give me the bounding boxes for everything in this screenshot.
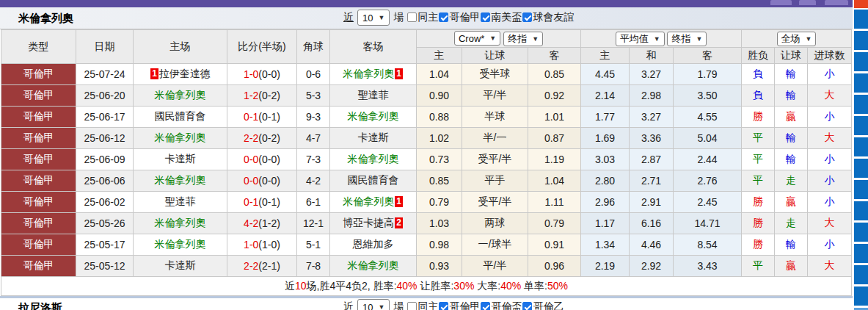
goals-result-cell: 小: [808, 234, 852, 256]
handicap-cell: 平/半: [462, 256, 528, 277]
filter-checkbox-哥倫甲[interactable]: [439, 12, 448, 22]
handicap-cell: 一/球半: [462, 234, 528, 256]
away-team-cell: 米倫拿列奧1: [330, 64, 417, 85]
rail-block-blue[interactable]: [854, 223, 868, 242]
table-row: 哥倫甲25-05-26米倫拿列奧4-2(1-2)12-1博亞卡捷高21.03两球…: [1, 213, 852, 234]
corner-cell: 7-8: [297, 256, 330, 277]
away-team-name: 米倫拿列奧: [348, 153, 399, 165]
filter-checkbox-哥倫甲[interactable]: [439, 302, 448, 310]
near-link[interactable]: 近: [343, 300, 354, 310]
filter-checkbox-哥倫乙[interactable]: [522, 302, 532, 310]
away-team-name: 卡達斯: [358, 131, 389, 143]
avg-draw-cell: 3.36: [630, 128, 674, 149]
result-cell: 勝: [742, 192, 775, 213]
away-team-name: 聖達菲: [358, 89, 389, 101]
league-cell: 哥倫甲: [1, 170, 76, 192]
rail-block-blue[interactable]: [854, 265, 868, 284]
home-odds-cell: 0.98: [417, 234, 462, 256]
date-cell: 25-06-02: [76, 192, 134, 213]
fulltime-score: 1-0: [244, 239, 258, 250]
avg-draw-cell: 3.27: [630, 64, 674, 85]
fulltime-score: 0-1: [244, 196, 258, 208]
rail-block-blue[interactable]: [854, 286, 868, 306]
card-badge: 1: [150, 68, 158, 79]
rail-block-blue[interactable]: [854, 52, 868, 71]
chevron-down-icon: ▼: [378, 303, 384, 310]
chevron-down-icon: ▼: [654, 35, 660, 43]
handicap-cell: 半球: [462, 107, 528, 128]
final-index-select-1[interactable]: 终指▼: [503, 32, 543, 46]
score-cell: 0-1(0-1): [227, 107, 297, 128]
halftime-score: (0-1): [258, 196, 280, 208]
away-odds-cell: 0.85: [528, 64, 581, 85]
avg-away-cell: 2.76: [674, 170, 742, 192]
near-link[interactable]: 近: [343, 11, 354, 24]
filter-checkbox-同主[interactable]: [407, 12, 417, 22]
avg-home-cell: 2.19: [581, 256, 630, 277]
home-odds-cell: 1.04: [417, 64, 462, 85]
chevron-down-icon: ▼: [806, 35, 812, 43]
chevron-down-icon: ▼: [378, 14, 384, 21]
sub-header-avg-draw: 和: [630, 48, 674, 64]
table-row: 哥倫甲25-06-20米倫拿列奧1-2(0-2)5-3聖達菲0.90平/半0.9…: [1, 85, 852, 107]
match-count-value: 10: [362, 12, 373, 24]
handicap-cell: 两球: [462, 213, 528, 234]
away-team-cell: 米倫拿列奧: [330, 107, 417, 128]
rail-block-blue[interactable]: [854, 137, 868, 156]
corner-cell: 4-2: [297, 170, 330, 192]
odds-source-select[interactable]: Crow*▼: [454, 31, 500, 46]
date-cell: 25-05-26: [76, 213, 134, 234]
handicap-result-cell: 輸: [775, 128, 808, 149]
league-cell: 哥倫甲: [1, 234, 76, 256]
handicap-cell: 受平/半: [462, 149, 528, 170]
avg-home-cell: 3.03: [581, 149, 630, 170]
away-team-cell: 恩維加多: [330, 234, 417, 256]
average-select[interactable]: 平均值▼: [616, 32, 665, 46]
score-cell: 4-2(1-2): [227, 213, 297, 234]
sub-header-handicap-result: 让球: [775, 48, 808, 64]
match-count-select[interactable]: 10▼: [357, 10, 390, 26]
rail-block-blue[interactable]: [854, 10, 868, 29]
rail-block-blue[interactable]: [854, 95, 868, 114]
rail-block-blue[interactable]: [854, 116, 868, 135]
filter-label: 球會友誼: [533, 11, 574, 23]
home-odds-cell: 0.79: [417, 192, 462, 213]
fulltime-score: 0-0: [244, 175, 258, 187]
section1-header-strip: 米倫拿列奧 近 10▼ 場 同主哥倫甲南美盃球會友誼: [0, 7, 853, 29]
home-team-cell: 米倫拿列奧: [134, 234, 227, 256]
league-cell: 哥倫甲: [1, 213, 76, 234]
filter-checkbox-南美盃[interactable]: [481, 12, 490, 22]
fulltime-score: 1-0: [244, 68, 258, 80]
filter-checkbox-哥倫盃[interactable]: [481, 302, 490, 310]
league-cell: 哥倫甲: [1, 64, 76, 85]
section2-title: 拉尼洛斯: [18, 301, 62, 310]
rail-block-blue[interactable]: [854, 180, 868, 199]
filter-checkbox-同主[interactable]: [407, 302, 417, 310]
filter-label: 哥倫甲: [449, 300, 480, 310]
date-cell: 25-05-12: [76, 256, 134, 277]
rail-block-blue[interactable]: [854, 159, 868, 178]
home-team-cell: 國民體育會: [134, 107, 227, 128]
rail-block-blue[interactable]: [854, 201, 868, 220]
table-row: 哥倫甲25-06-17國民體育會0-1(0-1)9-3米倫拿列奧0.88半球1.…: [1, 107, 852, 128]
halftime-score: (1-2): [258, 217, 280, 229]
halftime-score: (0-0): [258, 154, 280, 165]
goals-result-cell: 大: [808, 256, 852, 277]
avg-home-cell: 1.17: [581, 213, 630, 234]
rail-block-blue[interactable]: [854, 244, 868, 263]
away-odds-cell: 0.96: [528, 256, 581, 277]
scope-select[interactable]: 全场▼: [777, 32, 817, 46]
handicap-result-cell: 走: [775, 213, 808, 234]
handicap-result-cell: 輸: [775, 85, 808, 107]
match-count-select[interactable]: 10▼: [357, 299, 390, 310]
rail-block-blue[interactable]: [854, 31, 868, 50]
corner-cell: 6-1: [297, 192, 330, 213]
score-cell: 1-2(0-2): [227, 85, 297, 107]
filter-checkbox-球會友誼[interactable]: [522, 12, 532, 22]
corner-cell: 9-3: [297, 107, 330, 128]
rail-block-blue[interactable]: [854, 73, 868, 93]
corner-cell: 5-1: [297, 234, 330, 256]
final-index-select-2[interactable]: 终指▼: [667, 32, 707, 46]
avg-home-cell: 2.96: [581, 192, 630, 213]
summary-segment: 大率:: [474, 280, 500, 292]
